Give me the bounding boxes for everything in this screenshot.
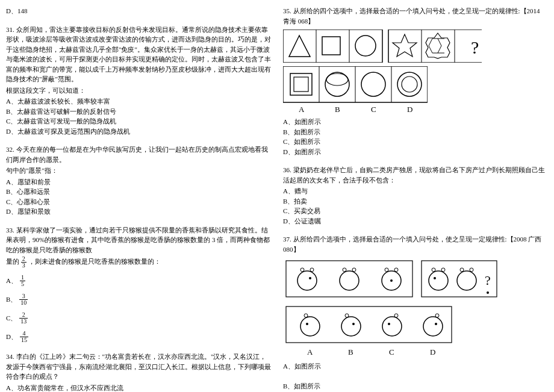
q33-frac-b: 3 10 [19, 293, 28, 306]
q37-figure-top: ? [283, 258, 548, 300]
svg-text:C: C [389, 347, 394, 356]
svg-point-5 [355, 36, 376, 56]
q32-sub: 句中的"愿景"指： [6, 166, 271, 176]
svg-point-28 [297, 271, 317, 290]
svg-point-22 [402, 76, 417, 92]
svg-point-45 [460, 268, 464, 272]
q37-svg-bottom: A B C D [283, 303, 458, 358]
q33-mid: 量的 [6, 258, 19, 265]
q32-opt-a: A、愿望和前景 [6, 177, 271, 187]
q34-options: A、功名富贵能常在，但汉水不应西北流 B、若功名富贵不常在，则汉水不应西北流 C… [6, 383, 271, 393]
q31-opt-b: B、太赫兹雷达可破解一般的反射信号 [6, 107, 271, 117]
svg-point-32 [340, 271, 359, 290]
q31-text: 31. 众所周知，雷达主要靠接收目标的反射信号来发现目标。通常所说的隐身技术主要… [6, 25, 271, 84]
svg-point-50 [300, 317, 320, 336]
q35-svg-top: ? [283, 30, 482, 63]
svg-point-38 [390, 279, 393, 282]
svg-marker-9 [393, 34, 417, 57]
q35-opt-d: D、如图所示 [283, 147, 548, 157]
svg-point-31 [309, 277, 311, 279]
q37-figure-bottom: A B C D [283, 303, 548, 358]
q33-text: 33. 某科学家做了一项实验，通过向若干只猕猴提供不限量的香蕉和香肠以研究其食性… [6, 225, 271, 255]
top-option: D、148 [6, 6, 271, 16]
svg-point-30 [310, 268, 314, 272]
svg-point-41 [432, 268, 435, 272]
q35: 35. 从所给的四个选项中，选择最合适的一个填入问号处，使之呈现一定的规律性:【… [283, 6, 548, 157]
q33: 33. 某科学家做了一项实验，通过向若干只猕猴提供不限量的香蕉和香肠以研究其食性… [6, 225, 271, 344]
q33-opt-a: A、 1 5 [6, 275, 271, 287]
q37-opt-a: A、如图所示 [283, 361, 548, 372]
svg-point-51 [304, 314, 308, 317]
svg-text:?: ? [471, 37, 479, 57]
q35-figure-bottom: A B C D [283, 66, 548, 113]
q32-text: 32. 今天在座的每一位都是在为中华民族写历史，让我们一起站在历史的制高点宏观地… [6, 145, 271, 164]
svg-point-36 [385, 268, 388, 272]
q33-frac-c: 2 13 [19, 312, 28, 325]
q31-opt-c: C、太赫兹雷达可发现一般的隐身战机 [6, 116, 271, 126]
q36-opt-d: D、公证遗嘱 [283, 216, 548, 226]
q37: 37. 从所给四个选项中，选择最合适的一个填入问号处，使之呈现一定规律性:【20… [283, 234, 548, 391]
svg-point-33 [343, 268, 346, 272]
q35-opt-c: C、如图所示 [283, 137, 548, 147]
svg-point-55 [352, 323, 355, 325]
q36-opt-c: C、买卖交易 [283, 206, 548, 216]
q34: 34. 李白的《江上吟》末二句云："功名富贵若长在，汉水亦应西北流。"汉水，又名… [6, 352, 271, 392]
svg-point-37 [394, 268, 398, 272]
svg-point-42 [441, 268, 445, 272]
q37-svg-top: ? [283, 258, 500, 300]
svg-rect-17 [294, 77, 308, 92]
svg-point-19 [326, 73, 348, 86]
q31-opt-d: D、太赫兹波可探及更远范围内的隐身战机 [6, 126, 271, 137]
svg-point-34 [352, 268, 356, 272]
q31: 31. 众所周知，雷达主要靠接收目标的反射信号来发现目标。通常所说的隐身技术主要… [6, 25, 271, 137]
svg-rect-27 [286, 261, 412, 297]
q31-opt-a: A、太赫兹波波长较长、频率较丰富 [6, 96, 271, 107]
svg-rect-4 [322, 37, 340, 55]
svg-point-48 [487, 291, 489, 294]
q36: 36. 梁奶奶在老伴早亡后，自购二类房产独居，现欲将自己名下房产过户到长期照顾自… [283, 165, 548, 226]
q34-opt-a: A、功名富贵能常在，但汉水不应西北流 [6, 383, 271, 393]
q37-text: 37. 从所给四个选项中，选择最合适的一个填入问号处，使之呈现一定规律性:【20… [283, 234, 548, 254]
svg-point-61 [435, 323, 437, 325]
q36-opt-b: B、拍卖 [283, 196, 548, 207]
q36-options: A、赠与 B、拍卖 C、买卖交易 D、公证遗嘱 [283, 186, 548, 226]
q33-tail: ，则未进食的猕猴是只吃香蕉的猕猴数量的： [28, 258, 161, 265]
svg-point-53 [341, 317, 361, 336]
q32-opt-d: D、愿望和景致 [6, 207, 271, 217]
svg-marker-10 [426, 33, 450, 58]
svg-text:D: D [430, 347, 435, 356]
q33-opt-b: B、 3 10 [6, 293, 271, 306]
q36-text: 36. 梁奶奶在老伴早亡后，自购二类房产独居，现欲将自己名下房产过户到长期照顾自… [283, 165, 548, 185]
svg-text:B: B [335, 105, 340, 113]
q33-opt-d: D、 4 15 [6, 331, 271, 343]
svg-point-21 [397, 72, 422, 96]
q33-frac-d: 4 15 [20, 331, 28, 343]
q33-frac-a: 1 5 [20, 275, 25, 287]
q35-svg-bottom: A B C D [283, 66, 428, 113]
svg-text:B: B [348, 347, 353, 356]
svg-text:A: A [299, 105, 305, 113]
q37-opt-b: B、如图所示 [283, 381, 548, 391]
svg-text:A: A [307, 347, 313, 356]
svg-marker-3 [289, 36, 310, 57]
svg-point-59 [423, 317, 443, 336]
q32-opt-b: B、心愿和远景 [6, 187, 271, 197]
q34-text: 34. 李白的《江上吟》末二句云："功名富贵若长在，汉水亦应西北流。"汉水，又名… [6, 352, 271, 382]
svg-point-56 [382, 317, 402, 336]
q35-text: 35. 从所给的四个选项中，选择最合适的一个填入问号处，使之呈现一定的规律性:【… [283, 6, 548, 26]
svg-text:?: ? [485, 273, 491, 288]
q35-opt-a: A、如图所示 [283, 117, 548, 127]
q35-options: A、如图所示 B、如图所示 C、如图所示 D、如图所示 [283, 117, 548, 157]
svg-point-29 [300, 268, 304, 272]
svg-text:C: C [371, 105, 376, 113]
d-148: D、148 [6, 7, 27, 14]
q35-figure-top: ? [283, 30, 548, 63]
svg-point-60 [435, 314, 439, 317]
q36-opt-a: A、赠与 [283, 186, 548, 196]
q33-mid-row: 量的 2 3 ，则未进食的猕猴是只吃香蕉的猕猴数量的： [6, 256, 271, 269]
q33-fraction-question: 2 3 [21, 256, 26, 269]
q32-options: A、愿望和前景 B、心愿和远景 C、心愿和心景 D、愿望和景致 [6, 177, 271, 217]
svg-point-40 [429, 271, 448, 290]
q32: 32. 今天在座的每一位都是在为中华民族写历史，让我们一起站在历史的制高点宏观地… [6, 145, 271, 217]
svg-point-46 [470, 268, 473, 272]
